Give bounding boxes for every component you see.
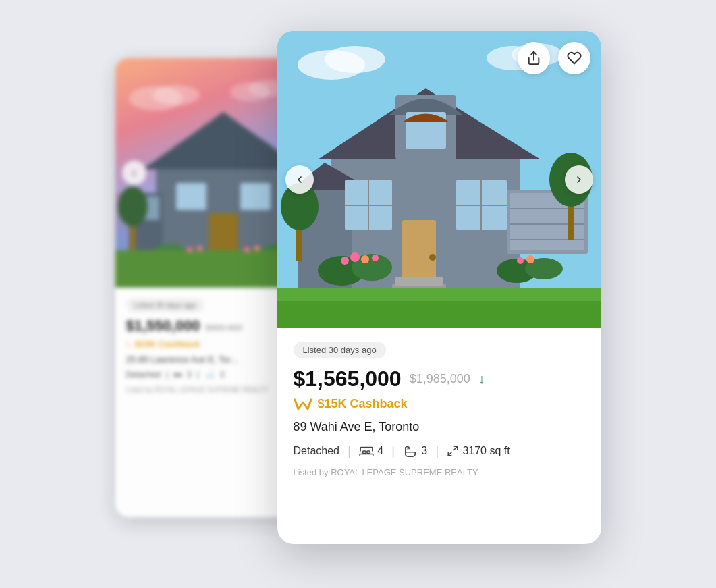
- sqft-icon: [447, 445, 459, 457]
- action-buttons-group: [518, 42, 590, 74]
- sqft-value: 3170 sq ft: [462, 445, 510, 457]
- price-down-arrow-icon: ↓: [478, 371, 485, 387]
- sep2: |: [391, 444, 395, 459]
- svg-point-38: [429, 254, 436, 261]
- svg-point-22: [325, 46, 385, 73]
- svg-point-16: [187, 247, 192, 252]
- heart-icon: [567, 51, 582, 65]
- svg-point-50: [361, 255, 369, 263]
- svg-rect-66: [367, 451, 370, 454]
- sep1: |: [348, 444, 351, 459]
- back-beds: 3: [187, 370, 192, 379]
- listed-by-agent: Listed by ROYAL LEPAGE SUPREME REALTY: [294, 467, 585, 477]
- svg-point-51: [372, 255, 379, 261]
- favorite-button[interactable]: [558, 42, 590, 74]
- back-bath-icon: 🛁: [204, 370, 215, 379]
- back-bed-icon: 🛏: [173, 370, 182, 379]
- svg-rect-8: [209, 213, 238, 254]
- chevron-left-icon: [294, 174, 305, 185]
- svg-rect-45: [395, 277, 443, 286]
- price-main: $1,565,000: [294, 367, 402, 392]
- cashback-row: $15K Cashback: [294, 397, 585, 412]
- back-property-type: Detached: [126, 370, 161, 379]
- share-button[interactable]: [518, 42, 550, 74]
- listed-badge: Listed 30 days ago: [294, 342, 386, 358]
- prev-image-button[interactable]: [285, 165, 314, 194]
- back-price-main: $1,550,000: [126, 317, 200, 335]
- back-price-old: $985,000: [206, 323, 242, 333]
- baths-feature: 3: [403, 445, 427, 457]
- svg-point-18: [244, 247, 250, 252]
- bed-icon: [359, 446, 374, 456]
- front-card-image: [277, 31, 601, 328]
- cashback-text: $15K Cashback: [318, 397, 408, 411]
- share-icon: [526, 51, 541, 65]
- chevron-right-icon: [574, 174, 584, 185]
- property-type: Detached: [294, 445, 340, 457]
- sqft-feature: 3170 sq ft: [447, 445, 510, 457]
- svg-point-19: [254, 246, 260, 251]
- svg-rect-7: [240, 183, 271, 210]
- svg-rect-6: [176, 183, 206, 210]
- property-features: Detached | 4 |: [294, 444, 585, 459]
- svg-point-54: [517, 257, 524, 264]
- svg-line-68: [454, 446, 458, 450]
- svg-point-17: [197, 246, 202, 251]
- baths-count: 3: [421, 445, 427, 457]
- sep3: |: [435, 444, 439, 459]
- price-row: $1,565,000 $1,985,000 ↓: [294, 367, 585, 392]
- bath-icon: [403, 445, 418, 457]
- back-wahi-icon: ⌂: [126, 339, 132, 349]
- back-sep2: |: [197, 370, 199, 379]
- beds-count: 4: [377, 445, 383, 457]
- property-cards-scene: ‹ Listed 30 days ago $1,550,000 $985,000…: [115, 31, 601, 558]
- svg-point-12: [118, 186, 148, 227]
- property-address: 89 Wahi Ave E, Toronto: [294, 420, 585, 434]
- back-baths: 3: [220, 370, 225, 379]
- beds-feature: 4: [359, 445, 383, 457]
- back-card-prev-button[interactable]: ‹: [122, 161, 146, 185]
- svg-line-69: [449, 452, 452, 456]
- front-card-info: Listed 30 days ago $1,565,000 $1,985,000…: [277, 328, 601, 491]
- svg-point-49: [350, 252, 360, 262]
- main-property-card: Listed 30 days ago $1,565,000 $1,985,000…: [277, 31, 601, 544]
- svg-rect-65: [363, 451, 366, 454]
- next-image-button[interactable]: [565, 165, 593, 194]
- svg-rect-61: [277, 301, 601, 328]
- back-sep1: |: [166, 370, 168, 379]
- price-old: $1,985,000: [410, 372, 470, 386]
- svg-point-1: [153, 85, 200, 105]
- back-cashback-text: $15K Cashback: [135, 339, 200, 349]
- svg-point-48: [341, 257, 349, 265]
- front-house-svg: [277, 31, 601, 328]
- wahi-logo-icon: [294, 397, 312, 412]
- back-listed-badge: Listed 30 days ago: [126, 298, 204, 312]
- svg-point-55: [526, 255, 534, 263]
